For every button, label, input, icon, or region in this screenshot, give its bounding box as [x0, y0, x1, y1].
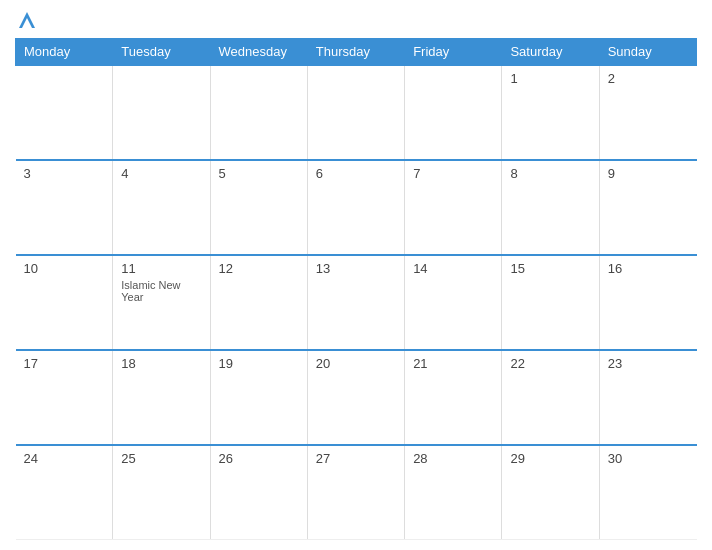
day-number: 7 — [413, 166, 493, 181]
weekday-header-tuesday: Tuesday — [113, 39, 210, 66]
day-number: 26 — [219, 451, 299, 466]
calendar-day-cell: 20 — [307, 350, 404, 445]
day-number: 3 — [24, 166, 105, 181]
calendar-day-cell: 13 — [307, 255, 404, 350]
day-number: 21 — [413, 356, 493, 371]
calendar-day-cell: 24 — [16, 445, 113, 540]
weekday-header-monday: Monday — [16, 39, 113, 66]
logo-icon — [17, 10, 37, 30]
day-number: 1 — [510, 71, 590, 86]
calendar-day-cell — [307, 65, 404, 160]
day-number: 5 — [219, 166, 299, 181]
calendar-day-cell: 17 — [16, 350, 113, 445]
calendar-day-cell: 19 — [210, 350, 307, 445]
day-number: 12 — [219, 261, 299, 276]
weekday-header-wednesday: Wednesday — [210, 39, 307, 66]
calendar-day-cell: 26 — [210, 445, 307, 540]
day-number: 25 — [121, 451, 201, 466]
calendar-container: MondayTuesdayWednesdayThursdayFridaySatu… — [0, 0, 712, 550]
calendar-day-cell — [210, 65, 307, 160]
calendar-day-cell: 12 — [210, 255, 307, 350]
day-number: 8 — [510, 166, 590, 181]
calendar-day-cell: 28 — [405, 445, 502, 540]
calendar-day-cell — [113, 65, 210, 160]
calendar-day-cell: 11Islamic New Year — [113, 255, 210, 350]
weekday-header-sunday: Sunday — [599, 39, 696, 66]
day-number: 18 — [121, 356, 201, 371]
day-number: 17 — [24, 356, 105, 371]
calendar-day-cell: 8 — [502, 160, 599, 255]
day-number: 28 — [413, 451, 493, 466]
calendar-week-row: 12 — [16, 65, 697, 160]
calendar-week-row: 1011Islamic New Year1213141516 — [16, 255, 697, 350]
calendar-week-row: 24252627282930 — [16, 445, 697, 540]
calendar-week-row: 3456789 — [16, 160, 697, 255]
day-number: 27 — [316, 451, 396, 466]
holiday-label: Islamic New Year — [121, 279, 201, 303]
calendar-day-cell: 14 — [405, 255, 502, 350]
day-number: 24 — [24, 451, 105, 466]
calendar-day-cell: 10 — [16, 255, 113, 350]
day-number: 23 — [608, 356, 689, 371]
calendar-day-cell: 29 — [502, 445, 599, 540]
weekday-header-saturday: Saturday — [502, 39, 599, 66]
day-number: 2 — [608, 71, 689, 86]
weekday-header-friday: Friday — [405, 39, 502, 66]
day-number: 13 — [316, 261, 396, 276]
calendar-day-cell: 30 — [599, 445, 696, 540]
day-number: 6 — [316, 166, 396, 181]
day-number: 16 — [608, 261, 689, 276]
day-number: 22 — [510, 356, 590, 371]
calendar-day-cell: 2 — [599, 65, 696, 160]
calendar-table: MondayTuesdayWednesdayThursdayFridaySatu… — [15, 38, 697, 540]
day-number: 4 — [121, 166, 201, 181]
day-number: 9 — [608, 166, 689, 181]
calendar-day-cell — [16, 65, 113, 160]
calendar-day-cell — [405, 65, 502, 160]
logo — [15, 10, 37, 30]
day-number: 14 — [413, 261, 493, 276]
calendar-day-cell: 25 — [113, 445, 210, 540]
day-number: 15 — [510, 261, 590, 276]
day-number: 19 — [219, 356, 299, 371]
weekday-header-row: MondayTuesdayWednesdayThursdayFridaySatu… — [16, 39, 697, 66]
calendar-day-cell: 7 — [405, 160, 502, 255]
calendar-day-cell: 6 — [307, 160, 404, 255]
calendar-week-row: 17181920212223 — [16, 350, 697, 445]
calendar-day-cell: 4 — [113, 160, 210, 255]
calendar-day-cell: 5 — [210, 160, 307, 255]
calendar-day-cell: 27 — [307, 445, 404, 540]
calendar-day-cell: 23 — [599, 350, 696, 445]
weekday-header-thursday: Thursday — [307, 39, 404, 66]
calendar-day-cell: 22 — [502, 350, 599, 445]
calendar-day-cell: 21 — [405, 350, 502, 445]
calendar-day-cell: 3 — [16, 160, 113, 255]
day-number: 29 — [510, 451, 590, 466]
calendar-day-cell: 18 — [113, 350, 210, 445]
calendar-day-cell: 1 — [502, 65, 599, 160]
day-number: 10 — [24, 261, 105, 276]
calendar-day-cell: 15 — [502, 255, 599, 350]
calendar-day-cell: 9 — [599, 160, 696, 255]
day-number: 30 — [608, 451, 689, 466]
day-number: 11 — [121, 261, 201, 276]
day-number: 20 — [316, 356, 396, 371]
calendar-header — [15, 10, 697, 30]
calendar-day-cell: 16 — [599, 255, 696, 350]
